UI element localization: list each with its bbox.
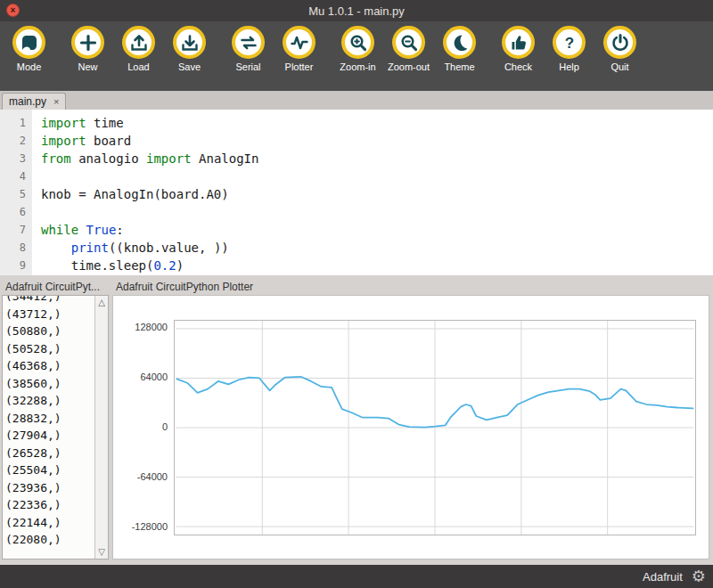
tab-bar: main.py × <box>0 91 713 110</box>
scroll-up-icon[interactable]: △ <box>98 298 105 307</box>
plotter-pane: Adafruit CircuitPython Plotter 128000640… <box>112 277 709 559</box>
line-number: 2 <box>0 132 26 150</box>
plotter-pane-title: Adafruit CircuitPython Plotter <box>112 277 709 295</box>
status-text: Adafruit <box>643 570 683 584</box>
serial-line: (38560,) <box>5 375 94 393</box>
code-line: import board <box>41 132 258 150</box>
line-number: 7 <box>0 221 26 239</box>
serial-output: (34412,)(43712,)(50880,)(50528,)(46368,)… <box>3 295 94 559</box>
serial-line: (22144,) <box>5 514 94 532</box>
code-line <box>41 167 258 185</box>
plotter-body: 128000640000-64000-128000 <box>112 295 709 559</box>
toolbar-button-zoom-in[interactable]: Zoom-in <box>332 26 383 72</box>
line-number: 6 <box>0 203 26 221</box>
load-icon <box>122 26 155 59</box>
serial-pane: Adafruit CircuitPyt... (34412,)(43712,)(… <box>2 277 109 559</box>
toolbar-button-label: Theme <box>444 61 474 72</box>
zoom-out-icon <box>392 26 425 59</box>
settings-gear-icon[interactable]: ⚙ <box>692 568 706 584</box>
tab-main-py[interactable]: main.py × <box>2 93 66 110</box>
chart-y-labels: 128000640000-64000-128000 <box>126 320 174 535</box>
serial-line: (25504,) <box>5 461 94 479</box>
serial-line: (46368,) <box>5 357 94 375</box>
toolbar-button-label: Check <box>504 61 532 72</box>
y-axis-tick-label: -64000 <box>137 471 168 482</box>
serial-line: (22336,) <box>5 496 94 514</box>
line-number: 5 <box>0 185 26 203</box>
toolbar-button-load[interactable]: Load <box>113 26 164 72</box>
editor-gutter: 123456789 <box>0 110 32 275</box>
mu-window: × Mu 1.0.1 - main.py ModeNewLoadSaveSeri… <box>0 0 713 588</box>
serial-line: (50880,) <box>5 323 94 340</box>
window-title: Mu 1.0.1 - main.py <box>0 4 713 18</box>
code-line: time.sleep(0.2) <box>41 257 258 274</box>
toolbar-button-serial[interactable]: Serial <box>223 26 274 72</box>
scroll-down-icon[interactable]: ▽ <box>98 547 105 557</box>
bottom-panes: Adafruit CircuitPyt... (34412,)(43712,)(… <box>0 275 713 565</box>
tab-close-icon[interactable]: × <box>53 97 59 107</box>
code-line: while True: <box>41 221 258 239</box>
y-axis-tick-label: 64000 <box>140 372 168 382</box>
serial-line: (34412,) <box>5 295 94 306</box>
line-number: 1 <box>0 114 26 132</box>
line-number: 9 <box>0 257 26 274</box>
code-line <box>41 203 258 221</box>
code-editor[interactable]: 123456789 import timeimport boardfrom an… <box>0 110 713 275</box>
help-icon: ? <box>553 26 586 59</box>
code-line: knob = AnalogIn(board.A0) <box>41 185 258 203</box>
new-icon <box>71 26 104 59</box>
tab-label: main.py <box>9 95 46 108</box>
toolbar-button-label: Quit <box>611 61 628 72</box>
window-close-button[interactable]: × <box>6 4 20 17</box>
serial-console[interactable]: (34412,)(43712,)(50880,)(50528,)(46368,)… <box>2 295 109 559</box>
toolbar-button-help[interactable]: ?Help <box>544 26 594 72</box>
line-number: 8 <box>0 239 26 257</box>
toolbar-button-check[interactable]: Check <box>493 26 544 72</box>
toolbar-button-label: Zoom-in <box>340 61 375 72</box>
plotter-chart: 128000640000-64000-128000 <box>126 320 696 535</box>
toolbar-button-plotter[interactable]: Plotter <box>274 26 324 72</box>
code-line: import time <box>41 114 258 132</box>
toolbar-button-label: Save <box>178 61 201 72</box>
y-axis-tick-label: 0 <box>162 421 168 432</box>
svg-text:?: ? <box>564 34 573 51</box>
toolbar-button-label: Serial <box>235 61 260 72</box>
serial-scrollbar[interactable]: △ ▽ <box>94 296 108 559</box>
toolbar-button-label: Zoom-out <box>388 61 430 72</box>
code-line: print((knob.value, )) <box>41 239 258 257</box>
toolbar-button-save[interactable]: Save <box>164 26 215 72</box>
toolbar: ModeNewLoadSaveSerialPlotterZoom-inZoom-… <box>0 21 713 91</box>
toolbar-button-new[interactable]: New <box>62 26 113 72</box>
toolbar-button-label: Help <box>559 61 579 72</box>
toolbar-button-quit[interactable]: Quit <box>594 26 645 72</box>
toolbar-button-label: New <box>78 61 97 72</box>
check-icon <box>502 26 535 59</box>
y-axis-tick-label: -128000 <box>132 521 168 532</box>
y-axis-tick-label: 128000 <box>135 322 168 332</box>
save-icon <box>173 26 206 59</box>
serial-line: (43712,) <box>5 306 94 323</box>
serial-line: (50528,) <box>5 340 94 358</box>
toolbar-button-theme[interactable]: Theme <box>434 26 485 72</box>
zoom-in-icon <box>341 26 374 59</box>
toolbar-button-label: Plotter <box>285 61 314 72</box>
chart-plot <box>174 320 696 535</box>
line-number: 3 <box>0 150 26 167</box>
serial-line: (26528,) <box>5 445 94 462</box>
toolbar-button-zoom-out[interactable]: Zoom-out <box>383 26 434 72</box>
line-number: 4 <box>0 167 26 185</box>
serial-pane-title: Adafruit CircuitPyt... <box>2 277 109 295</box>
editor-code[interactable]: import timeimport boardfrom analogio imp… <box>32 110 258 275</box>
toolbar-button-label: Mode <box>17 61 42 72</box>
serial-line: (32288,) <box>5 392 94 410</box>
quit-icon <box>603 26 636 59</box>
titlebar: × Mu 1.0.1 - main.py <box>0 0 713 21</box>
plotter-icon <box>283 26 316 59</box>
theme-icon <box>443 26 476 59</box>
toolbar-button-mode[interactable]: Mode <box>4 26 54 72</box>
code-line: from analogio import AnalogIn <box>41 150 258 167</box>
serial-line: (28832,) <box>5 410 94 428</box>
toolbar-button-label: Load <box>127 61 149 72</box>
serial-icon <box>232 26 265 59</box>
serial-line: (22080,) <box>5 531 94 549</box>
